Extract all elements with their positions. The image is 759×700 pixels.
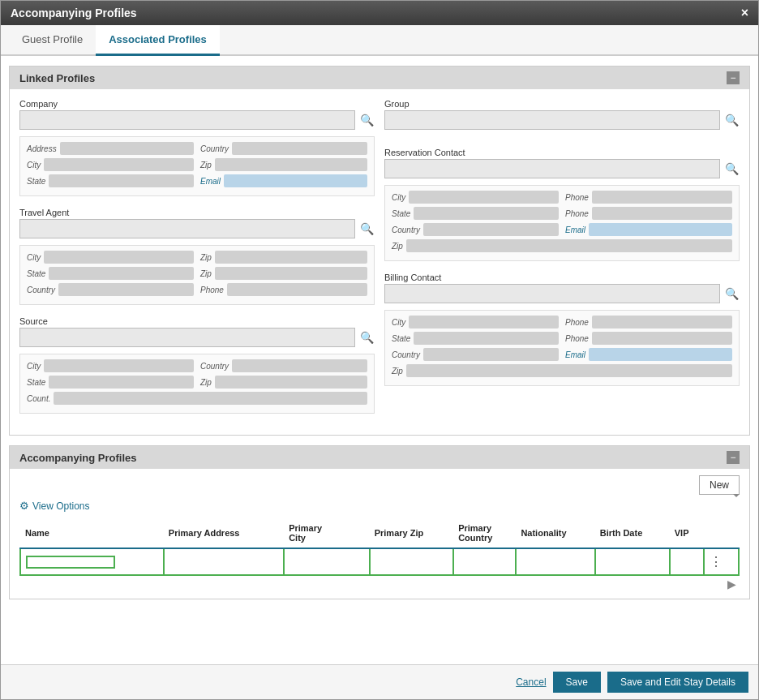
rc-email-value bbox=[589, 223, 732, 236]
col-primary-zip: Primary Zip bbox=[370, 518, 453, 548]
tab-associated-profiles[interactable]: Associated Profiles bbox=[96, 25, 220, 56]
bc-phone2-field: Phone bbox=[565, 332, 732, 345]
table-row[interactable]: ⋮ bbox=[20, 548, 739, 575]
ta-state-field: State bbox=[27, 267, 194, 280]
company-country-field: Country bbox=[200, 142, 367, 155]
cell-primary-zip bbox=[370, 548, 453, 575]
ta-country-value bbox=[58, 283, 194, 296]
view-options-control[interactable]: ⚙ View Options bbox=[19, 500, 740, 512]
company-search-icon[interactable]: 🔍 bbox=[358, 112, 375, 128]
rc-state-value bbox=[414, 207, 559, 220]
col-primary-city: PrimaryCity bbox=[284, 518, 370, 548]
travel-agent-field: Travel Agent 🔍 bbox=[19, 208, 375, 238]
cell-nationality bbox=[516, 548, 594, 575]
billing-contact-input[interactable] bbox=[384, 284, 720, 303]
tab-bar: Guest Profile Associated Profiles bbox=[1, 25, 758, 56]
save-edit-button[interactable]: Save and Edit Stay Details bbox=[607, 672, 748, 693]
rc-addr-row4: Zip bbox=[392, 239, 732, 252]
bc-email-field: Email bbox=[565, 348, 732, 361]
source-input[interactable] bbox=[19, 328, 355, 347]
cell-primary-address bbox=[164, 548, 284, 575]
ta-zip2-field: Zip bbox=[200, 267, 367, 280]
src-country-value bbox=[232, 359, 367, 372]
source-address-block: City Country bbox=[19, 354, 375, 414]
rc-country-field: Country bbox=[392, 223, 559, 236]
company-email-value bbox=[224, 174, 367, 187]
group-input[interactable] bbox=[384, 110, 720, 130]
ta-addr-row2: State Zip bbox=[27, 267, 367, 280]
accompanying-profiles-dialog: Accompanying Profiles × Guest Profile As… bbox=[0, 0, 759, 700]
reservation-contact-address-block: City Phone bbox=[384, 185, 740, 261]
linked-profiles-grid: Company 🔍 Address bbox=[19, 99, 740, 425]
company-address-block: Address Country bbox=[19, 136, 375, 196]
company-input[interactable] bbox=[19, 110, 355, 130]
table-body: ⋮ bbox=[20, 548, 739, 575]
billing-contact-address-block: City Phone bbox=[384, 310, 740, 386]
col-primary-address: Primary Address bbox=[164, 518, 284, 548]
travel-agent-input[interactable] bbox=[19, 219, 355, 238]
dialog-header: Accompanying Profiles × bbox=[1, 1, 758, 25]
cell-primary-city bbox=[284, 548, 370, 575]
reservation-contact-input[interactable] bbox=[384, 159, 720, 178]
cancel-button[interactable]: Cancel bbox=[516, 676, 546, 688]
company-input-group: 🔍 bbox=[19, 110, 375, 130]
new-button[interactable]: New bbox=[699, 475, 740, 495]
bc-zip-value bbox=[406, 364, 732, 377]
linked-profiles-header: Linked Profiles − bbox=[10, 67, 749, 89]
dialog-title: Accompanying Profiles bbox=[11, 6, 137, 19]
source-subsection: Source 🔍 City bbox=[19, 316, 375, 414]
company-state-value bbox=[49, 174, 194, 187]
reservation-contact-search-icon[interactable]: 🔍 bbox=[723, 161, 740, 177]
rc-city-value bbox=[409, 191, 559, 204]
accompanying-table: Name Primary Address PrimaryCity Primary… bbox=[19, 518, 740, 576]
bc-state-value bbox=[414, 332, 559, 345]
travel-agent-search-icon[interactable]: 🔍 bbox=[358, 221, 375, 237]
linked-profiles-minimize[interactable]: − bbox=[727, 71, 740, 84]
cell-more[interactable]: ⋮ bbox=[704, 548, 739, 575]
travel-agent-label: Travel Agent bbox=[19, 208, 375, 217]
billing-contact-input-group: 🔍 bbox=[384, 284, 740, 303]
rc-phone1-value bbox=[592, 191, 732, 204]
more-options-icon[interactable]: ⋮ bbox=[710, 555, 723, 569]
reservation-contact-subsection: Reservation Contact 🔍 City bbox=[384, 148, 740, 261]
col-primary-country: PrimaryCountry bbox=[453, 518, 516, 548]
linked-profiles-section: Linked Profiles − Company 🔍 bbox=[9, 66, 750, 436]
company-addr-row2: City Zip bbox=[27, 158, 367, 171]
src-county-field: Count. bbox=[27, 392, 367, 405]
group-search-icon[interactable]: 🔍 bbox=[723, 112, 740, 128]
close-button[interactable]: × bbox=[741, 6, 748, 20]
billing-contact-subsection: Billing Contact 🔍 City bbox=[384, 273, 740, 386]
src-country-field: Country bbox=[200, 359, 367, 372]
rc-email-field: Email bbox=[565, 223, 732, 236]
bc-addr-row1: City Phone bbox=[392, 316, 732, 329]
ta-addr-row1: City Zip bbox=[27, 251, 367, 264]
table-header: Name Primary Address PrimaryCity Primary… bbox=[20, 518, 739, 548]
reservation-contact-label: Reservation Contact bbox=[384, 148, 740, 157]
col-actions bbox=[704, 518, 739, 548]
table-scroll-container: Name Primary Address PrimaryCity Primary… bbox=[19, 518, 740, 592]
linked-right-col: Group 🔍 Reservation Contact bbox=[384, 99, 740, 425]
source-field: Source 🔍 bbox=[19, 316, 375, 347]
company-zip-value bbox=[215, 158, 367, 171]
rc-city-field: City bbox=[392, 191, 559, 204]
company-address-field: Address bbox=[27, 142, 194, 155]
reservation-contact-field: Reservation Contact 🔍 bbox=[384, 148, 740, 178]
bc-phone1-field: Phone bbox=[565, 316, 732, 329]
billing-contact-search-icon[interactable]: 🔍 bbox=[723, 286, 740, 302]
rc-phone2-value bbox=[592, 207, 732, 220]
bc-phone2-value bbox=[592, 332, 732, 345]
source-search-icon[interactable]: 🔍 bbox=[358, 329, 375, 346]
tab-guest-profile[interactable]: Guest Profile bbox=[9, 25, 96, 56]
cell-primary-country bbox=[453, 548, 516, 575]
ta-country-field: Country bbox=[27, 283, 194, 296]
cell-name bbox=[20, 548, 164, 575]
source-input-group: 🔍 bbox=[19, 328, 375, 347]
bc-addr-row3: Country Email bbox=[392, 348, 732, 361]
save-button[interactable]: Save bbox=[553, 672, 601, 693]
rc-zip-field: Zip bbox=[392, 239, 732, 252]
view-options-label: View Options bbox=[32, 500, 89, 512]
col-name: Name bbox=[20, 518, 164, 548]
accompanying-profiles-minimize[interactable]: − bbox=[727, 451, 740, 464]
rc-phone1-field: Phone bbox=[565, 191, 732, 204]
company-country-value bbox=[232, 142, 367, 155]
